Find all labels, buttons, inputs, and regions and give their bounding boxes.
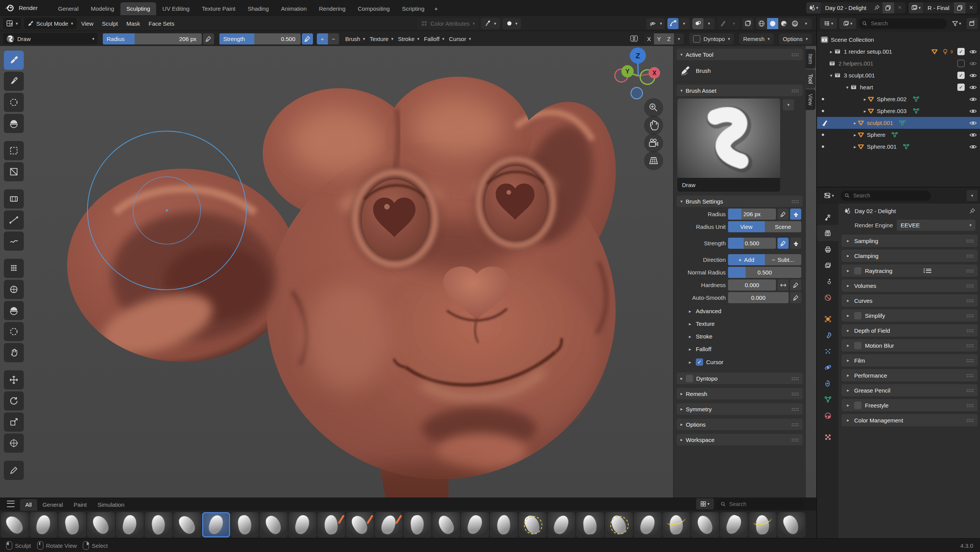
panel-grip[interactable] bbox=[791, 407, 799, 411]
section-volumes[interactable]: ▸Volumes bbox=[842, 279, 978, 292]
panel-grip[interactable] bbox=[791, 392, 799, 396]
outliner-row-3-sculpt-001[interactable]: ▾3 sculpt.001✓ bbox=[817, 69, 980, 81]
mode-dropdown[interactable]: Sculpt Mode ▾ bbox=[24, 18, 77, 29]
workspace-tab-animation[interactable]: Animation bbox=[275, 2, 313, 15]
expand-toggle[interactable]: ▸ bbox=[862, 97, 868, 102]
section-performance[interactable]: ▸Performance bbox=[842, 369, 978, 381]
subsection-cursor[interactable]: ▸✓Cursor bbox=[674, 355, 806, 369]
outliner-row-1-render-setup-001[interactable]: ▸1 render setup.0019✓ bbox=[817, 46, 980, 58]
properties-search-input[interactable] bbox=[852, 192, 927, 199]
section-grip[interactable] bbox=[966, 389, 974, 392]
add-workspace-button[interactable]: + bbox=[430, 2, 441, 15]
outliner-row-2-helpers-001[interactable]: 2 helpers.001 bbox=[817, 58, 980, 69]
section-depth-of-field[interactable]: ▸Depth of Field bbox=[842, 324, 978, 337]
properties-search[interactable] bbox=[841, 191, 931, 201]
shelf-tab-paint[interactable]: Paint bbox=[68, 499, 92, 511]
panel-grip[interactable] bbox=[791, 423, 799, 426]
auto-smooth-slider[interactable]: 0.000 bbox=[728, 292, 789, 303]
render-region-icon[interactable] bbox=[742, 18, 753, 29]
workspace-tab-shading[interactable]: Shading bbox=[242, 2, 275, 15]
properties-tab-particles[interactable] bbox=[817, 343, 838, 359]
raytracing-presets-icon[interactable] bbox=[926, 269, 931, 273]
display-dropdown[interactable]: ▾ bbox=[502, 18, 522, 29]
new-scene-button[interactable] bbox=[883, 2, 894, 13]
properties-tab-view-layer[interactable] bbox=[817, 257, 838, 273]
shading-rendered-button[interactable] bbox=[789, 18, 800, 29]
exclude-checkbox[interactable]: ✓ bbox=[957, 84, 965, 91]
radius-pressure-button[interactable] bbox=[203, 33, 214, 44]
outliner-item-label[interactable]: Scene Collection bbox=[831, 36, 874, 43]
mirror-dropdown[interactable]: ▾ bbox=[674, 33, 684, 44]
cursor-checkbox[interactable]: ✓ bbox=[696, 358, 703, 366]
shading-material-button[interactable] bbox=[778, 18, 789, 29]
properties-tab-object[interactable] bbox=[817, 311, 838, 327]
remesh-dropdown[interactable]: Remesh▾ bbox=[739, 33, 773, 44]
workspace-tab-scripting[interactable]: Scripting bbox=[396, 2, 430, 15]
brush-asset-thumbnail-1[interactable] bbox=[1, 512, 29, 537]
brush-asset-thumbnail-28[interactable] bbox=[777, 512, 805, 537]
outliner-item-label[interactable]: Sphere.003 bbox=[877, 108, 907, 114]
section-motion-blur[interactable]: ▸Motion Blur bbox=[842, 339, 978, 352]
panel-dyntopo-header[interactable]: ▸Dyntopo bbox=[677, 373, 803, 384]
strength-pressure-button[interactable] bbox=[777, 238, 789, 249]
face-set-edit-tool[interactable] bbox=[4, 301, 24, 320]
blender-logo-icon[interactable] bbox=[5, 3, 15, 12]
brush-asset-thumbnail-20[interactable] bbox=[547, 512, 575, 537]
expand-toggle[interactable]: ▸ bbox=[852, 132, 858, 138]
transform-tool[interactable] bbox=[4, 434, 24, 453]
brush-asset-thumbnail-10[interactable] bbox=[260, 512, 288, 537]
brush-asset-thumbnail-17[interactable] bbox=[461, 512, 489, 537]
gizmos-toggle[interactable] bbox=[667, 18, 679, 29]
section-checkbox[interactable] bbox=[854, 267, 861, 274]
workspace-tab-sculpting[interactable]: Sculpting bbox=[120, 2, 156, 15]
radius-unit-option-view[interactable]: View bbox=[728, 221, 765, 232]
options-dropdown[interactable]: Options▾ bbox=[779, 33, 812, 44]
section-curves[interactable]: ▸Curves bbox=[842, 294, 978, 307]
strength-slider[interactable]: Strength 0.500 bbox=[219, 33, 301, 44]
outliner-filter-id-dropdown[interactable]: ▾ bbox=[839, 18, 856, 29]
dropdown-texture[interactable]: Texture▾ bbox=[370, 36, 394, 42]
panel-grip[interactable] bbox=[791, 53, 799, 56]
brush-selector-dropdown[interactable]: Draw ▾ bbox=[3, 33, 97, 44]
brush-settings-panel-header[interactable]: ▾Brush Settings bbox=[677, 196, 803, 207]
rotate-tool[interactable] bbox=[4, 391, 24, 411]
section-simplify[interactable]: ▸Simplify bbox=[842, 309, 978, 322]
visibility-eye-icon[interactable] bbox=[969, 73, 977, 78]
outliner-row-sphere-003[interactable]: ▸Sphere.003 bbox=[817, 105, 980, 117]
view-layer-browse-button[interactable]: ▾ bbox=[909, 2, 923, 13]
visibility-eye-icon[interactable] bbox=[969, 61, 977, 66]
dropdown-stroke[interactable]: Stroke▾ bbox=[398, 36, 419, 42]
hardness-slider[interactable]: 0.000 bbox=[728, 279, 776, 291]
box-trim-tool[interactable] bbox=[4, 189, 24, 209]
viewport-menu-face-sets[interactable]: Face Sets bbox=[144, 20, 179, 27]
visibility-eye-icon[interactable] bbox=[969, 85, 977, 90]
dyntopo-checkbox[interactable] bbox=[686, 375, 693, 382]
mirror-z-toggle[interactable]: Z bbox=[664, 33, 674, 44]
section-grip[interactable] bbox=[966, 404, 974, 407]
cloth-filter-tool[interactable] bbox=[4, 259, 24, 278]
expand-toggle[interactable]: ▸ bbox=[852, 144, 858, 150]
properties-tab-scene[interactable] bbox=[817, 273, 838, 289]
brush-asset-thumbnail-16[interactable] bbox=[432, 512, 460, 537]
properties-tab-constraints[interactable] bbox=[817, 375, 838, 391]
section-grip[interactable] bbox=[966, 359, 974, 362]
shading-dropdown[interactable]: ▾ bbox=[800, 18, 812, 29]
exclude-checkbox[interactable] bbox=[957, 60, 965, 67]
active-tool-panel-header[interactable]: ▾Active Tool bbox=[677, 49, 803, 60]
brush-asset-thumbnail-2[interactable] bbox=[30, 512, 58, 537]
brush-asset-thumbnail-13[interactable] bbox=[346, 512, 374, 537]
section-grip[interactable] bbox=[966, 299, 974, 302]
gizmos-dropdown[interactable]: ▾ bbox=[679, 18, 690, 29]
section-grip[interactable] bbox=[966, 344, 974, 347]
subsection-stroke[interactable]: ▸Stroke bbox=[674, 330, 806, 343]
sidebar-tab-view[interactable]: View bbox=[805, 89, 815, 110]
strength-slider[interactable]: 0.500 bbox=[728, 238, 776, 249]
properties-tab-render[interactable] bbox=[817, 225, 838, 241]
properties-options-dropdown[interactable]: ▾ bbox=[967, 190, 978, 201]
pin-icon[interactable] bbox=[871, 2, 883, 13]
radius-slider[interactable]: 206 px bbox=[728, 209, 776, 220]
grab-tool[interactable] bbox=[4, 343, 24, 362]
viewport-menu-mask[interactable]: Mask bbox=[122, 20, 144, 27]
panel-symmetry-header[interactable]: ▸Symmetry bbox=[677, 403, 803, 415]
draw-face-sets-tool[interactable] bbox=[4, 114, 24, 133]
